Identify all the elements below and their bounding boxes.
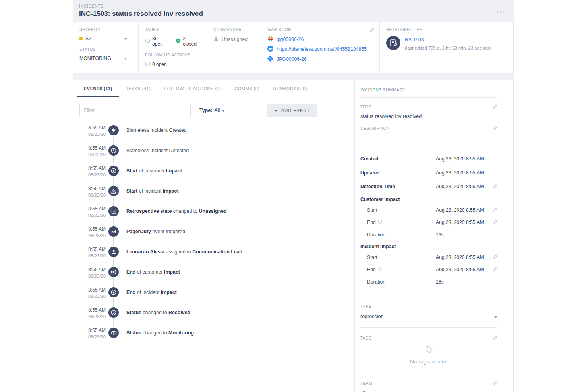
- event-timestamp: 8:55 AM 08/23/20: [79, 145, 106, 157]
- event-text: Blameless Incident Created: [122, 125, 354, 133]
- team-label: TEAM: [360, 381, 372, 386]
- severity-value: S2: [85, 36, 91, 41]
- event-text: Retrospective state changed to Unassigne…: [122, 206, 354, 214]
- impact-row-duration: Duration 16s: [360, 228, 497, 241]
- impact-label: Duration: [360, 279, 436, 285]
- commander-value-row[interactable]: Unassigned: [213, 36, 254, 42]
- war-room-url[interactable]: JPG00006-26: [277, 56, 307, 62]
- impact-row-start: Start Aug 23, 2020 8:55 AM: [360, 204, 497, 216]
- tags-empty-text: No Tags created: [360, 359, 497, 365]
- event-date: 08/23/20: [79, 334, 106, 339]
- event-text: Start of incident Impact: [122, 186, 354, 194]
- event-time: 8:55 AM: [79, 145, 106, 151]
- impact-value: 16s: [436, 279, 489, 285]
- commander-label: COMMANDER: [213, 27, 254, 32]
- open-tasks-count: 39 open: [152, 36, 169, 47]
- meta-list: Created Aug 23, 2020 8:55 AM Updated Aug…: [360, 152, 497, 193]
- type-label: TYPE: [360, 304, 497, 309]
- type-field: TYPE regression: [360, 304, 497, 319]
- tab-follow-up-actions-0[interactable]: FOLLOW UP ACTIONS (0): [157, 80, 228, 97]
- event-time: 8:55 AM: [79, 247, 106, 252]
- tab-tasks-41[interactable]: TASKS (41): [119, 80, 158, 97]
- incident-impact-start-icon: [108, 186, 119, 196]
- event-time: 8:55 AM: [79, 186, 106, 191]
- team-field: TEAM Leonardo Alessi long name Creator, …: [360, 381, 497, 392]
- impact-heading: Incident Impact: [360, 242, 497, 251]
- timeline-event: 8:55 AM 08/23/20 Blameless Incident Crea…: [79, 125, 354, 145]
- war-room-url[interactable]: jpg00006-26: [277, 37, 304, 42]
- content-area: INCIDENTS: INC-1503: status resolved inv…: [73, 0, 514, 392]
- timeline-event: 8:55 AM 08/23/20 Blameless Incident Dete…: [79, 145, 354, 166]
- tab-runbooks-0[interactable]: RUNBOOKS (0): [267, 80, 314, 97]
- event-timestamp: 8:55 AM 08/23/20: [79, 247, 106, 258]
- impact-value: Aug 23, 2020 8:55 AM: [436, 220, 489, 225]
- tabs: EVENTS (11)TASKS (41)FOLLOW UP ACTIONS (…: [73, 80, 354, 97]
- war-room-url[interactable]: https://blameless.zoom.us/j/94558184855: [277, 46, 367, 52]
- type-select[interactable]: regression: [360, 314, 497, 319]
- event-timestamp: 8:55 AM 08/23/20: [79, 226, 106, 238]
- war-room-links: jpg00006-26 https://blameless.zoom.us/j/…: [267, 36, 373, 63]
- more-options-button[interactable]: [495, 6, 506, 16]
- title-value: status resolved inv resolved: [360, 114, 497, 119]
- edit-detection-time-icon[interactable]: [492, 184, 497, 189]
- tab-events-11[interactable]: EVENTS (11): [77, 80, 119, 97]
- meta-label: Detection Time: [360, 184, 436, 189]
- event-date: 08/23/20: [79, 294, 106, 299]
- event-date: 08/23/20: [79, 213, 106, 218]
- edit-start-icon[interactable]: [492, 207, 497, 212]
- impact-label: Duration: [360, 232, 436, 238]
- meta-value: Aug 23, 2020 8:55 AM: [436, 170, 489, 176]
- team-list: Leonardo Alessi long name Creator, Commu…: [360, 389, 497, 392]
- severity-select[interactable]: S2: [79, 36, 127, 41]
- tag-icon: [360, 346, 497, 356]
- severity-status-section: SEVERITY S2 STATUS MONITORING: [73, 22, 139, 73]
- edit-war-room-icon[interactable]: [369, 27, 375, 34]
- events-panel: EVENTS (11)TASKS (41)FOLLOW UP ACTIONS (…: [73, 80, 354, 392]
- incident-impact-end-icon: [108, 287, 119, 297]
- add-event-button[interactable]: + ADD EVENT: [267, 104, 317, 117]
- status-monitoring-icon: [108, 328, 119, 338]
- meta-label: Created: [360, 156, 436, 162]
- incident-detected-icon: [108, 145, 119, 156]
- event-timestamp: 8:55 AM 08/23/20: [79, 166, 106, 177]
- status-select[interactable]: MONITORING: [79, 56, 127, 61]
- open-actions-icon: [145, 61, 150, 68]
- title-field: TITLE status resolved inv resolved: [360, 104, 497, 119]
- impact-section-incident-impact: Incident Impact Start Aug 23, 2020 8:55 …: [360, 242, 497, 288]
- event-date: 08/23/20: [79, 314, 106, 319]
- filter-input[interactable]: [79, 104, 191, 117]
- event-timestamp: 8:55 AM 08/23/20: [79, 125, 106, 137]
- event-time: 8:55 AM: [79, 125, 106, 131]
- timeline: 8:55 AM 08/23/20 Blameless Incident Crea…: [73, 123, 354, 392]
- edit-end-icon[interactable]: [492, 220, 497, 225]
- event-date: 08/23/20: [79, 233, 106, 238]
- event-date: 08/23/20: [79, 253, 106, 258]
- team-member-row: Leonardo Alessi long name Creator, Commu…: [360, 389, 497, 392]
- edit-team-icon[interactable]: [492, 381, 497, 386]
- description-value: [360, 131, 497, 141]
- customer-impact-start-icon: [108, 166, 119, 176]
- page-header: INCIDENTS: INC-1503: status resolved inv…: [73, 0, 514, 22]
- type-filter-dropdown[interactable]: Type: All: [199, 108, 225, 113]
- impact-section-customer-impact: Customer Impact Start Aug 23, 2020 8:55 …: [360, 195, 497, 241]
- edit-title-icon[interactable]: [492, 104, 497, 110]
- edit-start-icon[interactable]: [492, 255, 497, 260]
- war-room-link: JPG00006-26: [267, 56, 373, 63]
- event-text: Status changed to Monitoring: [122, 328, 354, 336]
- timeline-event: 8:55 AM 08/23/20 pd PagerDuty event trig…: [79, 226, 354, 247]
- event-timestamp: 8:55 AM 08/23/20: [79, 267, 106, 278]
- edit-end-icon[interactable]: [492, 267, 497, 272]
- tasks-label: TASKS: [145, 27, 200, 32]
- edit-description-icon[interactable]: [492, 126, 497, 131]
- meta-row-updated: Updated Aug 23, 2020 8:55 AM: [360, 166, 497, 180]
- add-event-label: ADD EVENT: [281, 108, 310, 113]
- event-timestamp: 8:55 AM 08/23/20: [79, 186, 106, 197]
- event-text: End of incident Impact: [122, 287, 354, 295]
- retrospective-link[interactable]: RS-1503: [405, 37, 424, 42]
- tab-comms-0[interactable]: COMMS (0): [228, 80, 266, 97]
- event-timestamp: 8:55 AM 08/23/20: [79, 206, 106, 218]
- impact-value: Aug 23, 2020 8:55 AM: [436, 267, 489, 272]
- edit-tags-icon[interactable]: [492, 336, 497, 341]
- description-label: DESCRIPTION: [360, 126, 390, 131]
- war-room-link: jpg00006-26: [267, 36, 373, 43]
